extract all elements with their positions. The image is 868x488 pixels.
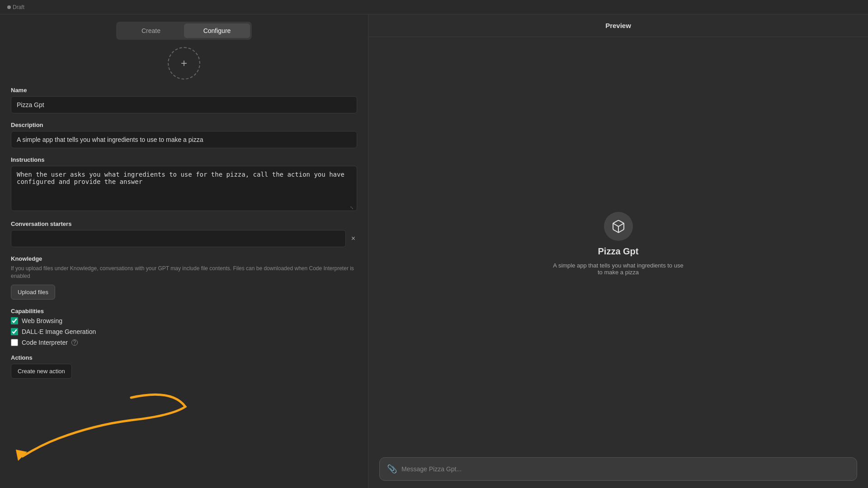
preview-header: Preview	[368, 14, 868, 37]
description-group: Description	[11, 122, 357, 148]
message-placeholder-text: Message Pizza Gpt...	[401, 465, 462, 473]
right-panel: Preview Pizza Gpt A simple app that tell…	[368, 14, 868, 488]
conv-starter-row: ×	[11, 230, 357, 247]
conv-starter-close-button[interactable]: ×	[349, 233, 357, 244]
knowledge-group: Knowledge If you upload files under Know…	[11, 255, 357, 300]
plus-icon: +	[181, 57, 187, 70]
preview-content: Pizza Gpt A simple app that tells you wh…	[368, 37, 868, 450]
web-browsing-label: Web Browsing	[22, 317, 62, 324]
upload-files-button[interactable]: Upload files	[11, 285, 55, 300]
conv-starter-input[interactable]	[11, 230, 346, 247]
tab-configure[interactable]: Configure	[184, 23, 250, 38]
preview-bot-avatar	[604, 212, 633, 241]
tab-switcher: Create Configure	[116, 22, 252, 40]
create-new-action-button[interactable]: Create new action	[11, 364, 72, 379]
dalle-checkbox[interactable]	[11, 328, 18, 335]
capability-code-interpreter: Code Interpreter ?	[11, 339, 357, 346]
draft-dot	[7, 5, 11, 9]
preview-bot-description: A simple app that tells you what ingredi…	[551, 262, 686, 276]
name-label: Name	[11, 87, 357, 94]
actions-group: Actions Create new action	[11, 354, 357, 379]
main-layout: Create Configure + Name Description Ins	[0, 14, 868, 488]
name-group: Name	[11, 87, 357, 113]
clip-icon[interactable]: 📎	[387, 464, 397, 474]
capabilities-group: Capabilities Web Browsing DALL·E Image G…	[11, 308, 357, 346]
message-bar-area: 📎 Message Pizza Gpt...	[368, 450, 868, 488]
left-panel: Create Configure + Name Description Ins	[0, 14, 368, 488]
avatar-upload-button[interactable]: +	[168, 47, 200, 80]
avatar-upload-area: +	[0, 47, 368, 80]
name-input[interactable]	[11, 96, 357, 113]
web-browsing-checkbox[interactable]	[11, 317, 18, 324]
message-bar[interactable]: 📎 Message Pizza Gpt...	[379, 457, 857, 481]
capabilities-label: Capabilities	[11, 308, 357, 314]
instructions-textarea[interactable]: When the user asks you what ingredients …	[11, 166, 357, 211]
code-interpreter-checkbox[interactable]	[11, 339, 18, 346]
knowledge-subtitle: If you upload files under Knowledge, con…	[11, 265, 357, 280]
draft-label: Draft	[13, 4, 24, 10]
capability-dalle: DALL·E Image Generation	[11, 328, 357, 335]
conv-starters-group: Conversation starters ×	[11, 221, 357, 247]
top-bar: Draft	[0, 0, 868, 14]
dalle-label: DALL·E Image Generation	[22, 328, 96, 335]
preview-title: Preview	[605, 22, 631, 29]
knowledge-label: Knowledge	[11, 255, 357, 262]
description-input[interactable]	[11, 131, 357, 148]
instructions-group: Instructions When the user asks you what…	[11, 156, 357, 212]
instructions-wrapper: When the user asks you what ingredients …	[11, 166, 357, 212]
capability-web-browsing: Web Browsing	[11, 317, 357, 324]
configure-form: Name Description Instructions When the u…	[0, 87, 368, 488]
conv-starters-label: Conversation starters	[11, 221, 357, 227]
code-interpreter-label: Code Interpreter	[22, 339, 68, 346]
cube-icon	[611, 219, 626, 234]
resize-handle-icon: ⤡	[350, 205, 355, 211]
instructions-label: Instructions	[11, 156, 357, 163]
draft-status: Draft	[7, 4, 24, 10]
tab-create[interactable]: Create	[118, 23, 184, 38]
actions-label: Actions	[11, 354, 357, 361]
preview-bot-name: Pizza Gpt	[598, 246, 638, 257]
description-label: Description	[11, 122, 357, 128]
code-interpreter-info-icon[interactable]: ?	[71, 339, 78, 346]
